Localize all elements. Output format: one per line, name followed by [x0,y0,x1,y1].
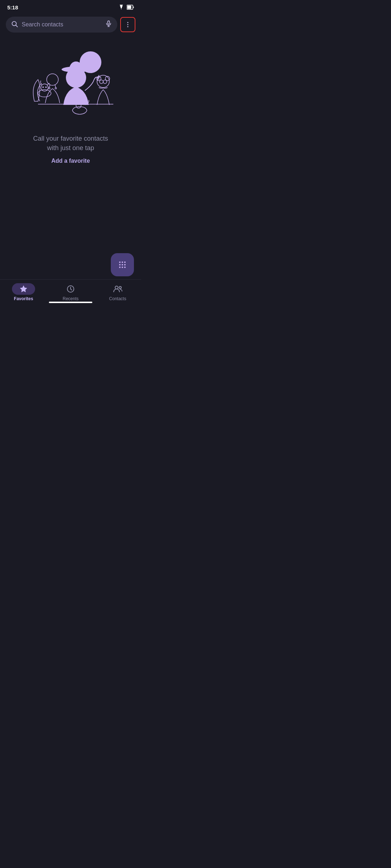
bottom-indicator [49,302,92,303]
svg-point-32 [124,261,126,263]
svg-point-18 [42,86,44,88]
svg-point-31 [122,261,123,263]
favorites-icon-bg [12,283,35,295]
svg-point-33 [119,264,121,265]
more-menu-button[interactable] [120,17,135,32]
svg-point-30 [119,261,121,263]
status-icons [118,5,134,10]
svg-point-16 [38,90,51,97]
svg-point-36 [119,267,121,268]
svg-point-41 [119,286,121,289]
dialpad-icon [117,260,127,270]
nav-item-contacts[interactable]: Contacts [94,283,141,301]
svg-line-14 [55,85,56,88]
contacts-illustration [20,43,121,123]
svg-point-13 [49,88,50,89]
contacts-label: Contacts [109,296,126,301]
nav-item-favorites[interactable]: Favorites [0,283,47,301]
svg-rect-1 [127,6,131,9]
svg-point-38 [124,267,126,268]
svg-point-8 [127,24,129,25]
contacts-icon-bg [106,283,129,295]
recents-label: Recents [63,296,79,301]
star-icon [19,285,28,293]
svg-point-35 [124,264,126,265]
svg-point-19 [45,86,47,88]
wifi-icon [118,5,125,10]
search-bar[interactable]: Search contacts [6,17,117,33]
illustration-area [0,36,141,127]
svg-point-7 [127,22,129,23]
svg-point-34 [122,264,123,265]
svg-point-9 [127,26,129,27]
battery-icon [127,5,134,10]
tagline-text: Call your favorite contactswith just one… [14,134,127,153]
svg-point-37 [122,267,123,268]
search-container: Search contacts [0,13,141,36]
svg-line-12 [49,85,50,88]
svg-point-15 [55,88,56,89]
status-bar: 5:18 [0,0,141,13]
svg-point-17 [41,84,48,91]
people-icon [113,285,122,293]
add-favorite-button[interactable]: Add a favorite [14,153,127,164]
nav-item-recents[interactable]: Recents [47,283,94,301]
status-time: 5:18 [7,4,18,10]
dialpad-fab-button[interactable] [111,253,134,276]
svg-rect-4 [108,21,110,24]
mic-icon[interactable] [105,20,112,29]
recents-icon-bg [59,283,82,295]
clock-icon [66,285,75,293]
svg-point-40 [115,286,118,289]
tagline-area: Call your favorite contactswith just one… [0,127,141,167]
search-icon [11,20,18,29]
favorites-label: Favorites [14,296,33,301]
svg-line-3 [16,25,18,27]
search-placeholder: Search contacts [22,21,101,28]
